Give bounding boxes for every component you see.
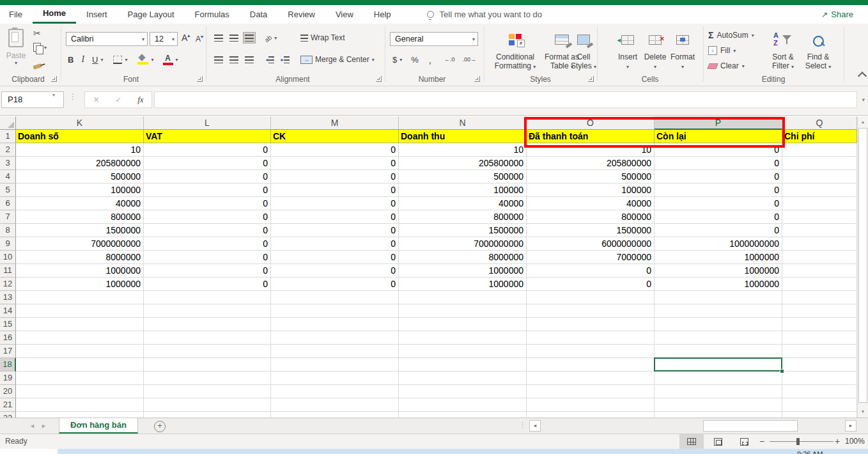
zoom-slider-thumb[interactable] [796,438,800,445]
cell-P6[interactable]: 0 [655,197,782,210]
zoom-in-button[interactable]: + [835,434,840,448]
cell-N16[interactable] [399,331,527,345]
row-header-12[interactable]: 12 [0,278,16,291]
italic-button[interactable]: I [81,54,84,65]
increase-indent-button[interactable]: ▸ [279,54,291,65]
paste-button[interactable]: Paste ▾ [4,29,28,66]
cell-O8[interactable]: 1500000 [527,224,655,237]
cell-L19[interactable] [144,372,271,385]
cell-K10[interactable]: 8000000 [16,251,144,264]
insert-function-icon[interactable]: fx [137,95,143,105]
cell-M17[interactable] [271,345,399,358]
cell-N14[interactable] [399,304,527,318]
zoom-slider-track[interactable] [770,441,833,442]
cell-P11[interactable]: 1000000 [655,264,782,278]
row-header-4[interactable]: 4 [0,170,16,184]
row-header-19[interactable]: 19 [0,372,16,385]
align-right-button[interactable] [243,54,256,65]
cell-K18[interactable] [16,358,144,372]
font-dialog-launcher[interactable] [197,76,203,82]
cell-P20[interactable] [655,385,782,398]
row-header-5[interactable]: 5 [0,184,16,197]
font-color-button[interactable]: A [163,54,173,65]
cell-M20[interactable] [271,385,399,398]
cell-Q17[interactable] [782,345,857,358]
menu-tab-formulas[interactable]: Formulas [185,5,240,24]
cell-K1[interactable]: Doanh số [16,130,144,143]
underline-dropdown-icon[interactable]: ▾ [100,57,103,63]
orientation-button[interactable]: ab [265,32,272,43]
borders-button[interactable] [113,56,122,64]
cell-M3[interactable]: 0 [271,157,399,170]
cell-N17[interactable] [399,345,527,358]
fill-button[interactable]: ↓ Fill ▾ [708,44,736,57]
row-header-20[interactable]: 20 [0,385,16,398]
cell-L4[interactable]: 0 [144,170,271,184]
cell-L20[interactable] [144,385,271,398]
cell-Q16[interactable] [782,331,857,345]
col-header-N[interactable]: N [399,116,527,130]
cell-L1[interactable]: VAT [144,130,271,143]
cell-Q21[interactable] [782,398,857,412]
cell-L15[interactable] [144,318,271,331]
cell-O5[interactable]: 100000 [527,184,655,197]
cell-N22[interactable] [399,412,527,418]
cell-M12[interactable]: 0 [271,278,399,291]
cell-M1[interactable]: CK [271,130,399,143]
cell-K11[interactable]: 1000000 [16,264,144,278]
align-top-button[interactable] [212,32,225,43]
col-header-L[interactable]: L [144,116,271,130]
row-header-10[interactable]: 10 [0,251,16,264]
cell-K19[interactable] [16,372,144,385]
copy-button[interactable]: ▾ [33,43,47,52]
underline-button[interactable]: U [92,55,98,65]
cell-P21[interactable] [655,398,782,412]
cell-O3[interactable]: 205800000 [527,157,655,170]
cell-N4[interactable]: 500000 [399,170,527,184]
row-header-14[interactable]: 14 [0,304,16,318]
cell-M10[interactable]: 0 [271,251,399,264]
cell-N5[interactable]: 100000 [399,184,527,197]
cell-L18[interactable] [144,358,271,372]
row-header-16[interactable]: 16 [0,331,16,345]
cell-K2[interactable]: 10 [16,143,144,157]
row-header-13[interactable]: 13 [0,291,16,304]
cell-P9[interactable]: 1000000000 [655,237,782,251]
scroll-left-icon[interactable]: ◄ [529,420,541,432]
cell-O11[interactable]: 0 [527,264,655,278]
cell-P14[interactable] [655,304,782,318]
cell-Q19[interactable] [782,372,857,385]
cell-N19[interactable] [399,372,527,385]
cell-L9[interactable]: 0 [144,237,271,251]
select-all-corner[interactable] [0,116,16,130]
alignment-dialog-launcher[interactable] [376,76,382,82]
row-header-8[interactable]: 8 [0,224,16,237]
row-header-18[interactable]: 18 [0,358,16,372]
cell-O12[interactable]: 0 [527,278,655,291]
cancel-icon[interactable]: ✕ [93,95,99,104]
cell-P17[interactable] [655,345,782,358]
formula-input[interactable] [154,91,857,108]
cell-P7[interactable]: 0 [655,210,782,224]
cell-K3[interactable]: 205800000 [16,157,144,170]
cell-N10[interactable]: 8000000 [399,251,527,264]
cell-P16[interactable] [655,331,782,345]
menu-tab-help[interactable]: Help [364,5,401,24]
enter-icon[interactable]: ✓ [115,95,121,104]
currency-dropdown-icon[interactable]: ▾ [399,57,402,63]
cell-K8[interactable]: 1500000 [16,224,144,237]
cell-Q2[interactable] [782,143,857,157]
number-format-select[interactable]: General ▾ [390,32,478,46]
cell-M5[interactable]: 0 [271,184,399,197]
orientation-dropdown-icon[interactable]: ▾ [274,35,277,41]
cell-N3[interactable]: 205800000 [399,157,527,170]
format-painter-button[interactable] [33,59,42,71]
collapse-ribbon-icon[interactable] [858,72,867,81]
fill-handle[interactable] [780,369,784,373]
menu-tab-home[interactable]: Home [33,5,76,24]
cell-Q9[interactable] [782,237,857,251]
cell-Q15[interactable] [782,318,857,331]
share-button[interactable]: ↗ Share [814,7,860,22]
merge-center-button[interactable]: ↔ Merge & Center ▾ [300,52,375,67]
cell-L21[interactable] [144,398,271,412]
